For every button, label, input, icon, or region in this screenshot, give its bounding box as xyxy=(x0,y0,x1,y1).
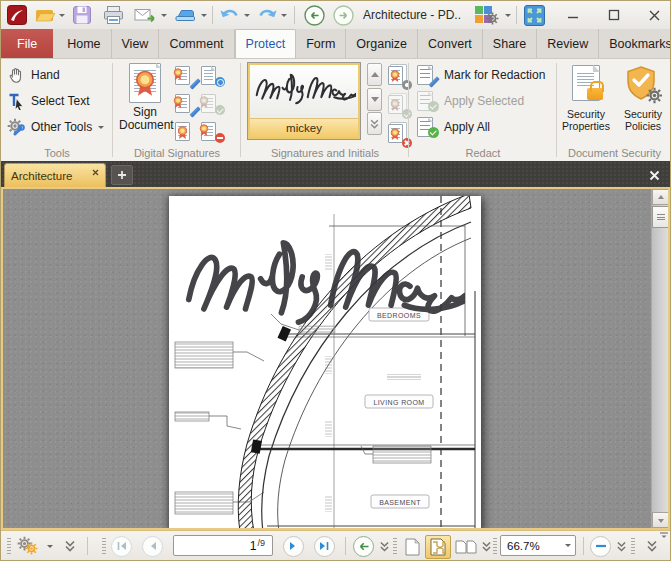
close-all-tabs-button[interactable] xyxy=(644,165,664,185)
certify-document-button[interactable] xyxy=(175,119,199,145)
tab-file[interactable]: File xyxy=(1,29,53,58)
hand-tool-button[interactable]: Hand xyxy=(7,63,60,87)
vertical-scrollbar[interactable] xyxy=(651,189,668,528)
tab-home[interactable]: Home xyxy=(57,29,111,58)
redo-dropdown-caret[interactable] xyxy=(279,4,289,26)
session-manager-icon[interactable] xyxy=(473,4,501,26)
app-logo-icon[interactable] xyxy=(6,4,27,26)
new-tab-button[interactable] xyxy=(111,165,133,185)
previous-view-statusbar-button[interactable] xyxy=(353,535,374,557)
signature-expand-button[interactable] xyxy=(367,112,382,135)
pdf-page[interactable]: BEDROOMS LIVING ROOM BASEMENT xyxy=(169,196,481,530)
redo-button[interactable] xyxy=(255,4,279,26)
toolbar-grip[interactable] xyxy=(493,538,497,554)
minimize-button[interactable] xyxy=(556,4,590,26)
close-tab-icon[interactable] xyxy=(92,169,99,176)
scrollbar-thumb[interactable] xyxy=(652,206,669,228)
toolbar-grip[interactable] xyxy=(102,538,106,554)
next-page-button[interactable] xyxy=(283,535,304,557)
toolbar-grip[interactable] xyxy=(393,538,397,554)
security-properties-button[interactable]: Security Properties xyxy=(558,61,614,145)
signature-script-preview xyxy=(254,67,356,105)
pen-icon xyxy=(190,78,201,89)
last-page-button[interactable] xyxy=(314,535,335,557)
zoom-level-combobox[interactable]: 66.7% xyxy=(500,535,576,556)
toolbar-grip[interactable] xyxy=(631,538,635,554)
tab-protect[interactable]: Protect xyxy=(235,29,297,58)
document-tab-bar: Architecture xyxy=(1,161,670,187)
architecture-drawing: BEDROOMS LIVING ROOM BASEMENT xyxy=(169,196,481,530)
clear-signatures-button[interactable] xyxy=(201,119,225,145)
timestamp-document-button[interactable] xyxy=(201,63,225,89)
statusbar-restore-icon[interactable] xyxy=(659,531,669,539)
signature-scroll-down-button[interactable] xyxy=(367,88,382,111)
tab-organize[interactable]: Organize xyxy=(346,29,418,58)
statusbar-expand-chevron[interactable] xyxy=(63,535,77,557)
scan-button[interactable] xyxy=(173,4,197,26)
apply-selected-icon xyxy=(417,90,437,112)
scroll-down-button[interactable] xyxy=(652,512,669,528)
mark-for-redaction-button[interactable]: Mark for Redaction xyxy=(417,63,545,87)
apply-all-button[interactable]: Apply All xyxy=(417,115,490,139)
tab-comment[interactable]: Comment xyxy=(159,29,234,58)
group-label-signatures-initials: Signatures and Initials xyxy=(241,147,409,159)
open-folder-button[interactable] xyxy=(34,4,56,26)
sign-document-button[interactable]: Sign Document xyxy=(119,63,171,132)
document-canvas[interactable]: BEDROOMS LIVING ROOM BASEMENT xyxy=(1,187,670,530)
fit-page-layout-button[interactable] xyxy=(425,535,451,559)
close-window-button[interactable] xyxy=(637,4,671,26)
digital-signatures-small-buttons xyxy=(175,63,227,147)
apply-selected-button[interactable]: Apply Selected xyxy=(417,89,524,113)
other-tools-icon xyxy=(7,118,25,136)
signature-scroll-up-button[interactable] xyxy=(367,63,382,86)
maximize-button[interactable] xyxy=(597,4,631,26)
page-number-field[interactable]: 1 /9 xyxy=(173,535,273,556)
undo-dropdown-caret[interactable] xyxy=(242,4,252,26)
ribbon-body: Hand Select Text Other Tools Tools Sign … xyxy=(1,59,670,161)
more-tools-chevron[interactable] xyxy=(645,535,659,557)
layout-options-chevron[interactable] xyxy=(480,535,492,557)
sign-with-certificate-button[interactable] xyxy=(175,63,199,89)
options-dropdown-caret[interactable] xyxy=(45,535,55,557)
toolbar-grip[interactable] xyxy=(7,538,11,554)
open-dropdown-caret[interactable] xyxy=(57,4,67,26)
zoom-options-chevron[interactable] xyxy=(615,535,627,557)
mark-for-redaction-label: Mark for Redaction xyxy=(444,68,545,82)
tab-share[interactable]: Share xyxy=(483,29,537,58)
email-dropdown-caret[interactable] xyxy=(159,4,169,26)
validate-signatures-button[interactable] xyxy=(201,91,225,117)
hand-tool-label: Hand xyxy=(31,68,60,82)
other-tools-button[interactable]: Other Tools xyxy=(7,115,104,139)
first-page-button[interactable] xyxy=(111,535,132,557)
view-history-chevron[interactable] xyxy=(378,535,390,557)
two-page-layout-button[interactable] xyxy=(453,535,479,559)
document-tab-architecture[interactable]: Architecture xyxy=(4,163,106,187)
previous-view-button[interactable] xyxy=(302,4,326,26)
sign-initials-button[interactable] xyxy=(175,91,199,117)
tab-form[interactable]: Form xyxy=(296,29,346,58)
tab-convert[interactable]: Convert xyxy=(418,29,483,58)
other-tools-label: Other Tools xyxy=(31,120,92,134)
security-policies-button[interactable]: Security Policies xyxy=(615,61,671,145)
sign-document-icon xyxy=(129,63,161,103)
next-view-button[interactable] xyxy=(331,4,355,26)
select-text-button[interactable]: Select Text xyxy=(7,89,89,113)
undo-button[interactable] xyxy=(218,4,242,26)
single-page-layout-button[interactable] xyxy=(401,535,423,559)
print-button[interactable] xyxy=(101,4,125,26)
email-button[interactable] xyxy=(133,4,157,26)
signature-name: mickey xyxy=(250,118,358,137)
tab-review[interactable]: Review xyxy=(537,29,599,58)
tab-view[interactable]: View xyxy=(112,29,160,58)
signature-preview[interactable]: mickey xyxy=(247,62,361,140)
session-dropdown-caret[interactable] xyxy=(503,4,513,26)
fullscreen-button[interactable] xyxy=(522,4,546,26)
save-button[interactable] xyxy=(71,4,93,26)
tab-bookmarks[interactable]: Bookmarks xyxy=(599,29,671,58)
statusbar-separator xyxy=(583,537,584,555)
statusbar-options-button[interactable] xyxy=(14,535,44,557)
scan-dropdown-caret[interactable] xyxy=(199,4,209,26)
scroll-up-button[interactable] xyxy=(652,189,669,205)
previous-page-button[interactable] xyxy=(142,535,163,557)
zoom-out-button[interactable] xyxy=(590,535,611,557)
